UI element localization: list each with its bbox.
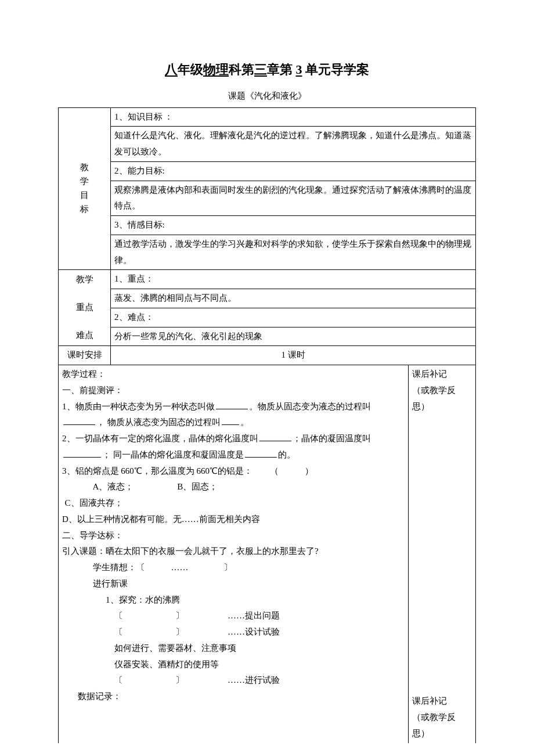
goal-knowledge-head: 1、知识目标 ： [111, 107, 476, 127]
section-guide: 二、导学达标： [62, 528, 405, 544]
question-1: 1、物质由一种状态变为另一种状态叫做。物质从固态变为液态的过程叫， 物质从液态变… [62, 399, 405, 431]
focus-label: 教学重点难点 [59, 270, 111, 346]
experiment-question: 〔 〕 ……提出问题 [62, 608, 405, 624]
option-ab: A、液态； B、固态； [62, 479, 405, 495]
experiment-setup: 仪器安装、酒精灯的使用等 [62, 657, 405, 673]
focus-diff-head: 2、难点： [111, 308, 476, 327]
goal-emotion-body: 通过教学活动，激发学生的学习兴趣和对科学的求知欲，使学生乐于探索自然现象中的物理… [111, 235, 476, 270]
question-3: 3、铝的熔点是 660℃，那么温度为 660℃的铝是： （ ） [62, 463, 405, 480]
focus-key-head: 1、重点： [111, 270, 476, 289]
blank-field[interactable] [245, 449, 277, 458]
blank-field[interactable] [216, 401, 248, 409]
goal-knowledge-body: 知道什么是汽化、液化。理解液化是汽化的逆过程。了解沸腾现象，知道什么是沸点。知道… [111, 127, 476, 162]
option-d: D、以上三种情况都有可能。无……前面无相关内容 [62, 512, 405, 528]
notes-column: 课后补记 （或教学反思） 课后补记 （或教学反思） [408, 365, 475, 743]
question-2: 2、一切晶体有一定的熔化温度，晶体的熔化温度叫；晶体的凝固温度叫； 同一晶体的熔… [62, 431, 405, 463]
student-guess: 学生猜想：〔 …… 〕 [62, 560, 405, 576]
notes-title-2: 课后补记 [412, 693, 472, 710]
new-class: 进行新课 [62, 576, 405, 592]
blank-field[interactable] [63, 449, 101, 458]
notes-title-1: 课后补记 [412, 366, 472, 383]
goal-ability-body: 观察沸腾是液体内部和表面同时发生的剧烈的汽化现象。通过探究活动了解液体沸腾时的温… [111, 181, 476, 216]
focus-key-body: 蒸发、沸腾的相同点与不同点。 [111, 289, 476, 308]
intro-topic: 引入课题：晒在太阳下的衣服一会儿就干了，衣服上的水那里去了? [62, 543, 405, 560]
experiment-design: 〔 〕 ……设计试验 [62, 624, 405, 640]
period-label: 课时安排 [59, 346, 111, 365]
goal-emotion-head: 3、情感目标: [111, 216, 476, 235]
blank-field[interactable] [222, 416, 239, 425]
section-pretest: 一、前提测评： [62, 383, 405, 399]
period-value: 1 课时 [111, 346, 476, 365]
subtitle: 课题《汽化和液化》 [58, 88, 476, 104]
notes-sub-2: （或教学反思） [412, 710, 472, 742]
focus-diff-body: 分析一些常见的汽化、液化引起的现象 [111, 327, 476, 346]
option-c: C、固液共存； [62, 495, 405, 512]
notes-sub-1: （或教学反思） [412, 383, 472, 415]
teaching-process: 教学过程： 一、前提测评： 1、物质由一种状态变为另一种状态叫做。物质从固态变为… [59, 365, 409, 743]
experiment-run: 〔 〕 ……进行试验 [62, 672, 405, 689]
page-title: 八年级物理科第三章第 3 单元导学案 [58, 58, 476, 81]
data-record: 数据记录： [62, 689, 405, 705]
goal-ability-head: 2、能力目标: [111, 161, 476, 181]
experiment-title: 1、探究：水的沸腾 [62, 592, 405, 609]
goals-label: 教学目标 [59, 107, 111, 270]
experiment-howto: 如何进行、需要器材、注意事项 [62, 640, 405, 657]
blank-field[interactable] [259, 433, 291, 441]
blank-field[interactable] [63, 416, 95, 425]
lesson-plan-table: 教学目标 1、知识目标 ： 知道什么是汽化、液化。理解液化是汽化的逆过程。了解沸… [58, 107, 476, 743]
process-header: 教学过程： [62, 366, 405, 383]
